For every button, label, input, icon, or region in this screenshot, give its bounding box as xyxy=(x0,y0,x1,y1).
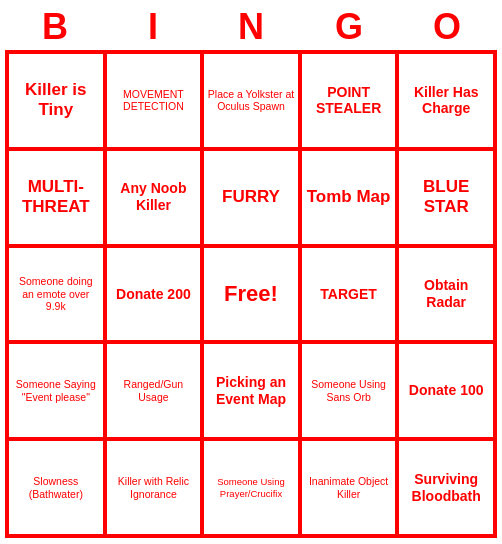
letter-b: B xyxy=(11,6,99,48)
bingo-cell-15[interactable]: Someone Saying "Event please" xyxy=(7,342,105,439)
bingo-cell-8[interactable]: Tomb Map xyxy=(300,149,398,246)
bingo-cell-19[interactable]: Donate 100 xyxy=(397,342,495,439)
bingo-cell-5[interactable]: MULTI-THREAT xyxy=(7,149,105,246)
bingo-cell-1[interactable]: MOVEMENT DETECTION xyxy=(105,52,203,149)
bingo-cell-10[interactable]: Someone doing an emote over 9.9k xyxy=(7,246,105,343)
bingo-cell-2[interactable]: Place a Yolkster at Oculus Spawn xyxy=(202,52,300,149)
bingo-cell-24[interactable]: Surviving Bloodbath xyxy=(397,439,495,536)
letter-n: N xyxy=(207,6,295,48)
bingo-cell-7[interactable]: FURRY xyxy=(202,149,300,246)
bingo-cell-16[interactable]: Ranged/Gun Usage xyxy=(105,342,203,439)
bingo-cell-9[interactable]: BLUE STAR xyxy=(397,149,495,246)
letter-o: O xyxy=(403,6,491,48)
bingo-cell-4[interactable]: Killer Has Charge xyxy=(397,52,495,149)
bingo-cell-0[interactable]: Killer is Tiny xyxy=(7,52,105,149)
bingo-cell-18[interactable]: Someone Using Sans Orb xyxy=(300,342,398,439)
bingo-cell-6[interactable]: Any Noob Killer xyxy=(105,149,203,246)
bingo-cell-20[interactable]: Slowness (Bathwater) xyxy=(7,439,105,536)
bingo-cell-14[interactable]: Obtain Radar xyxy=(397,246,495,343)
bingo-grid: Killer is TinyMOVEMENT DETECTIONPlace a … xyxy=(5,50,497,538)
bingo-cell-3[interactable]: POINT STEALER xyxy=(300,52,398,149)
bingo-cell-13[interactable]: TARGET xyxy=(300,246,398,343)
bingo-cell-17[interactable]: Picking an Event Map xyxy=(202,342,300,439)
bingo-cell-21[interactable]: Killer with Relic Ignorance xyxy=(105,439,203,536)
bingo-cell-12[interactable]: Free! xyxy=(202,246,300,343)
letter-i: I xyxy=(109,6,197,48)
bingo-cell-11[interactable]: Donate 200 xyxy=(105,246,203,343)
bingo-header: B I N G O xyxy=(6,0,496,50)
bingo-cell-22[interactable]: Someone Using Prayer/Crucifix xyxy=(202,439,300,536)
bingo-cell-23[interactable]: Inanimate Object Killer xyxy=(300,439,398,536)
letter-g: G xyxy=(305,6,393,48)
